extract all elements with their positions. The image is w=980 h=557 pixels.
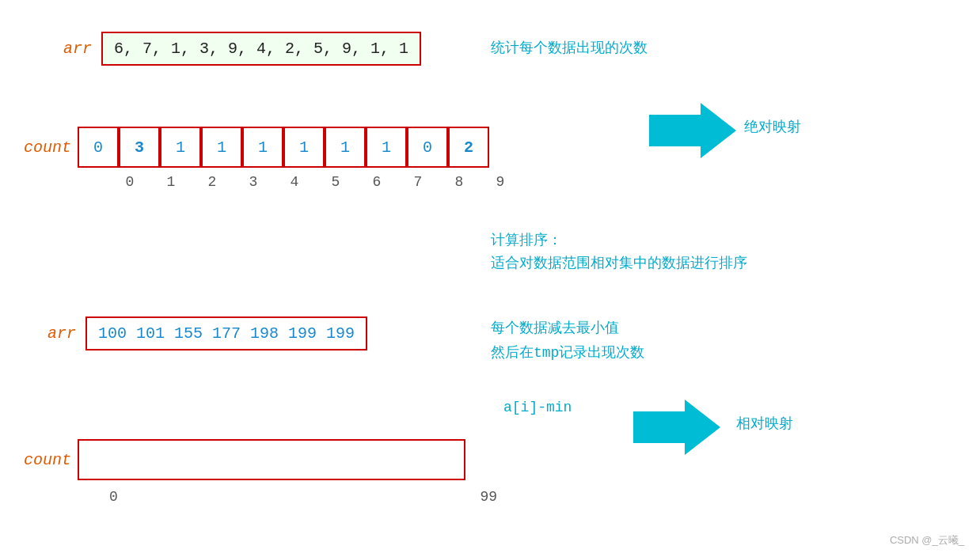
arrow-bottom-icon: [633, 400, 720, 455]
count-cell-6: 1: [325, 127, 366, 168]
top-description: 统计每个数据出现的次数: [491, 38, 648, 57]
bottom-count-label: count: [24, 451, 71, 469]
count-index-1: 1: [150, 174, 192, 190]
count-array: 0311111102: [78, 127, 489, 168]
count-index-2: 2: [192, 174, 233, 190]
watermark: CSDN @_云曦_: [890, 533, 964, 548]
top-desc-text: 统计每个数据出现的次数: [491, 40, 648, 56]
count-index-6: 6: [356, 174, 397, 190]
count-cell-0: 0: [78, 127, 119, 168]
bottom-arr-box: 100 101 155 177 198 199 199: [85, 316, 367, 350]
bottom-index-start: 0: [109, 489, 118, 505]
count-cell-3: 1: [201, 127, 242, 168]
count-cell-1: 3: [119, 127, 160, 168]
count-cell-9: 2: [448, 127, 489, 168]
bottom-desc-line1: 每个数据减去最小值: [491, 316, 644, 341]
bottom-arr-label: arr: [47, 324, 76, 343]
arrow-bottom-container: [633, 400, 720, 459]
compute-description: 计算排序： 适合对数据范围相对集中的数据进行排序: [491, 229, 747, 275]
ai-min-label: a[i]-min: [503, 400, 572, 415]
compute-line1: 计算排序：: [491, 229, 747, 252]
count-cell-4: 1: [242, 127, 283, 168]
count-cell-8: 0: [407, 127, 448, 168]
arrow-bottom-label: 相对映射: [736, 414, 793, 433]
bottom-count-box: [78, 439, 465, 480]
count-cell-2: 1: [160, 127, 201, 168]
count-cell-5: 1: [283, 127, 325, 168]
count-indices: 0123456789: [109, 174, 521, 190]
bottom-indices-section: 0 99: [109, 489, 497, 505]
arrow-top-container: [649, 103, 736, 162]
svg-marker-1: [633, 400, 720, 455]
arrow-top-label: 绝对映射: [744, 117, 801, 136]
count-label: count: [24, 138, 71, 157]
bottom-desc-line2: 然后在tmp记录出现次数: [491, 341, 644, 366]
bottom-index-end: 99: [480, 489, 497, 505]
count-index-9: 9: [480, 174, 521, 190]
svg-marker-0: [649, 103, 736, 158]
count-index-0: 0: [109, 174, 150, 190]
count-index-5: 5: [315, 174, 356, 190]
arr-box: 6, 7, 1, 3, 9, 4, 2, 5, 9, 1, 1: [101, 32, 421, 66]
count-index-7: 7: [397, 174, 439, 190]
count-index-3: 3: [233, 174, 274, 190]
bottom-description: 每个数据减去最小值 然后在tmp记录出现次数: [491, 316, 644, 365]
bottom-indices: 0 99: [109, 489, 497, 505]
top-array-section: arr 6, 7, 1, 3, 9, 4, 2, 5, 9, 1, 1: [63, 32, 421, 66]
compute-line2: 适合对数据范围相对集中的数据进行排序: [491, 252, 747, 275]
count-index-8: 8: [439, 174, 480, 190]
count-array-section: count 0311111102: [24, 127, 489, 168]
bottom-count-section: count: [24, 439, 465, 480]
count-cell-7: 1: [366, 127, 407, 168]
arrow-top-icon: [649, 103, 736, 158]
bottom-array-section: arr 100 101 155 177 198 199 199: [47, 316, 367, 350]
arr-label: arr: [63, 40, 92, 58]
count-index-4: 4: [274, 174, 315, 190]
